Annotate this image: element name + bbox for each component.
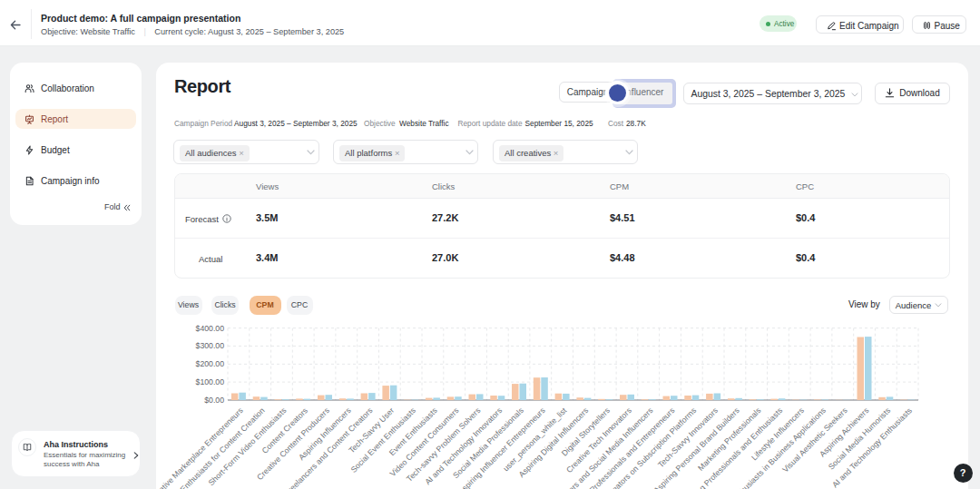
- svg-text:$400.00: $400.00: [196, 324, 225, 333]
- svg-text:$100.00: $100.00: [196, 377, 225, 386]
- svg-text:$200.00: $200.00: [196, 359, 225, 368]
- svg-text:$300.00: $300.00: [196, 341, 225, 350]
- svg-text:$0.00: $0.00: [204, 396, 224, 405]
